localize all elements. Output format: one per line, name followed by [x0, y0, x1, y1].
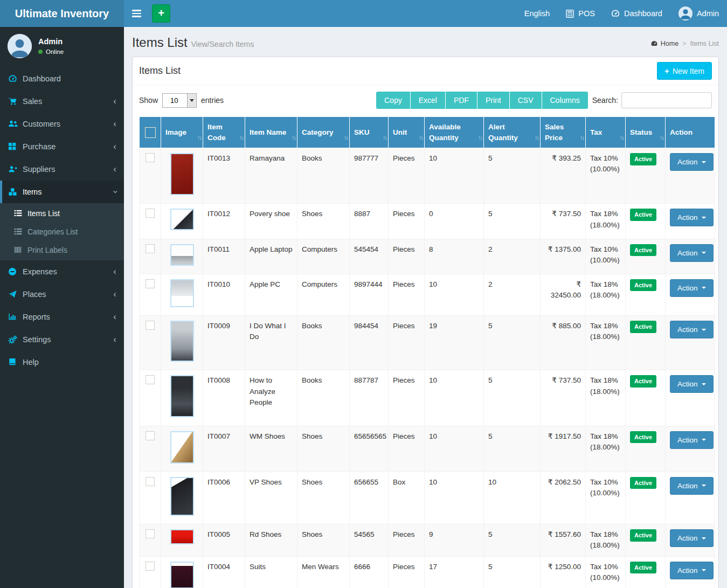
chevron-left-icon: ‹: [113, 292, 116, 297]
sidebar-item-expenses[interactable]: Expenses‹: [0, 260, 124, 283]
dashboard-icon: [650, 40, 658, 47]
item-alert-qty: 5: [484, 204, 541, 239]
column-header-tax[interactable]: Tax↑↓: [586, 117, 626, 148]
copy-button[interactable]: Copy: [376, 92, 411, 109]
row-checkbox[interactable]: [146, 375, 155, 384]
columns-button[interactable]: Columns: [542, 92, 588, 109]
item-available-qty: 10: [425, 426, 484, 472]
quick-add-button[interactable]: +: [152, 4, 170, 23]
column-header-item-name[interactable]: Item Name↑↓: [245, 117, 297, 148]
new-item-button[interactable]: +New Item: [657, 62, 712, 80]
row-checkbox[interactable]: [146, 321, 155, 330]
sidebar-item-dashboard[interactable]: Dashboard: [0, 67, 124, 90]
nav-language[interactable]: English: [516, 0, 558, 27]
column-header-status[interactable]: Status↑↓: [626, 117, 666, 148]
nav-pos[interactable]: POS: [558, 0, 603, 27]
table-row: IT0013 Ramayana Books 987777 Pieces 10 5…: [140, 148, 715, 204]
action-button[interactable]: Action: [670, 153, 714, 171]
sort-icon: ↑↓: [620, 134, 624, 142]
sidebar-item-settings[interactable]: Settings‹: [0, 328, 124, 351]
excel-button[interactable]: Excel: [411, 92, 446, 109]
item-sku: 6666: [350, 556, 389, 588]
table-header-row: Image↑↓ Item Code↑↓ Item Name↑↓ Category…: [140, 117, 715, 148]
select-all-checkbox[interactable]: [145, 127, 156, 138]
row-checkbox[interactable]: [146, 209, 155, 218]
sidebar-item-print-labels[interactable]: Print Labels: [0, 241, 124, 259]
item-name: VP Shoes: [245, 472, 297, 524]
show-label: Show: [139, 96, 158, 105]
sidebar-item-items-list[interactable]: Items List: [0, 204, 124, 223]
sidebar-user-status[interactable]: Online: [38, 49, 64, 55]
item-sales-price: ₹ 2062.50: [541, 472, 586, 524]
sidebar-item-places[interactable]: Places‹: [0, 283, 124, 306]
cart-icon: [8, 97, 18, 106]
action-button[interactable]: Action: [670, 279, 714, 297]
sidebar-item-purchase[interactable]: Purchase‹: [0, 135, 124, 158]
sort-icon: ↑↓: [344, 134, 348, 142]
row-checkbox[interactable]: [146, 153, 155, 162]
item-name: Rd Shoes: [245, 524, 297, 557]
column-header-sales-price[interactable]: Sales Price↑↓: [541, 117, 586, 148]
row-checkbox[interactable]: [146, 431, 155, 440]
sidebar-item-items[interactable]: Items‹: [0, 181, 124, 203]
item-available-qty: 10: [425, 274, 484, 315]
item-unit: Pieces: [389, 148, 425, 204]
action-button[interactable]: Action: [670, 529, 714, 547]
item-available-qty: 17: [425, 556, 484, 588]
action-button[interactable]: Action: [670, 209, 714, 226]
column-header-sku[interactable]: SKU↑↓: [350, 117, 389, 148]
action-button[interactable]: Action: [670, 477, 714, 495]
row-checkbox[interactable]: [146, 279, 155, 288]
chevron-left-icon: ‹: [113, 99, 116, 104]
sort-icon: ↑↓: [478, 134, 482, 142]
item-category: Shoes: [297, 426, 350, 472]
column-header-alert-quantity[interactable]: Alert Quantity↑↓: [484, 117, 541, 148]
nav-dashboard[interactable]: Dashboard: [603, 0, 670, 27]
item-code: IT0008: [203, 370, 245, 426]
item-alert-qty: 2: [484, 274, 541, 315]
status-badge: Active: [630, 209, 656, 221]
status-badge: Active: [630, 153, 656, 165]
item-name: Suits: [245, 556, 297, 588]
item-code: IT0012: [203, 204, 245, 239]
sidebar-item-help[interactable]: Help: [0, 351, 124, 373]
breadcrumb-home[interactable]: Home: [650, 40, 678, 47]
column-header-category[interactable]: Category↑↓: [297, 117, 350, 148]
sidebar-item-sales[interactable]: Sales‹: [0, 90, 124, 113]
item-code: IT0005: [203, 524, 245, 557]
column-header-unit[interactable]: Unit↑↓: [389, 117, 425, 148]
item-sales-price: ₹ 737.50: [541, 370, 586, 426]
table-row: IT0009 I Do What I Do Books 984454 Piece…: [140, 316, 715, 370]
sidebar-item-reports[interactable]: Reports‹: [0, 306, 124, 328]
item-name: Povery shoe: [245, 204, 297, 239]
sidebar-item-suppliers[interactable]: Suppliers‹: [0, 158, 124, 181]
item-alert-qty: 5: [484, 524, 541, 557]
row-checkbox[interactable]: [146, 562, 155, 571]
app-logo[interactable]: Ultimate Inventory: [0, 0, 124, 27]
print-button[interactable]: Print: [477, 92, 510, 109]
sidebar-item-categories-list[interactable]: Categories List: [0, 223, 124, 241]
sidebar-toggle-button[interactable]: [124, 0, 149, 27]
chevron-left-icon: ‹: [113, 314, 116, 320]
item-unit: Pieces: [389, 524, 425, 557]
action-button[interactable]: Action: [670, 562, 714, 579]
page-length-select[interactable]: 10: [162, 93, 197, 108]
sidebar-item-customers[interactable]: Customers‹: [0, 113, 124, 135]
column-header-item-code[interactable]: Item Code↑↓: [203, 117, 245, 148]
action-button[interactable]: Action: [670, 431, 714, 449]
column-header-image[interactable]: Image↑↓: [161, 117, 203, 148]
search-input[interactable]: [621, 92, 712, 108]
column-header-available-quantity[interactable]: Available Quantity↑↓: [425, 117, 484, 148]
action-button[interactable]: Action: [670, 375, 714, 393]
action-button[interactable]: Action: [670, 244, 714, 262]
table-controls: Show 10 entries Copy Excel PDF Print CSV: [133, 85, 718, 114]
nav-user-menu[interactable]: Admin: [670, 0, 727, 27]
action-button[interactable]: Action: [670, 321, 714, 338]
pdf-button[interactable]: PDF: [446, 92, 477, 109]
row-checkbox[interactable]: [146, 529, 155, 538]
csv-button[interactable]: CSV: [510, 92, 542, 109]
bar-chart-icon: [8, 313, 18, 321]
row-checkbox[interactable]: [146, 477, 155, 486]
caret-down-icon: [702, 329, 706, 331]
row-checkbox[interactable]: [146, 244, 155, 253]
